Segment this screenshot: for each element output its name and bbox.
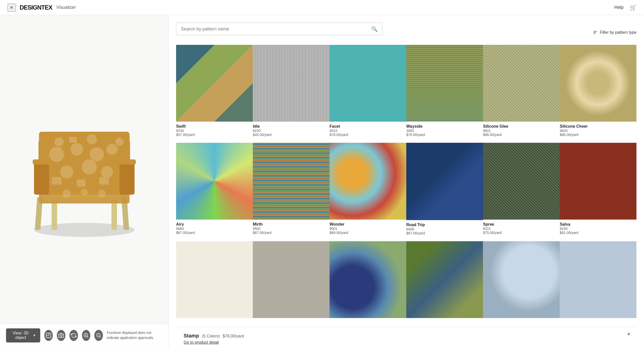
furniture-note: Furniture displayed does not indicate ap… xyxy=(107,330,162,340)
bottom-toolbar: View: 3D object ▼ xyxy=(0,324,168,347)
logo: DESIGNTEX xyxy=(20,4,52,11)
fabric-item-spree[interactable]: Spree8221$75.00/yard xyxy=(483,143,560,241)
fabric-swatch-mirth xyxy=(253,143,330,220)
fabric-item-airy[interactable]: Airy9684$67.00/yard xyxy=(176,143,253,241)
floor-plan-button[interactable] xyxy=(44,330,53,341)
fabric-name-silicone-glee: Silicone Glee xyxy=(483,124,560,129)
camera-icon xyxy=(58,333,64,338)
zoom-out-button[interactable] xyxy=(94,330,103,341)
close-detail-button[interactable]: × xyxy=(627,331,630,337)
svg-rect-8 xyxy=(39,132,130,147)
fabric-name-spree: Spree xyxy=(483,222,560,227)
fabric-name-salsa: Salsa xyxy=(560,222,636,227)
fabric-swatch-row3f xyxy=(560,241,636,318)
fabric-item-wayside[interactable]: Wayside3062$78.00/yard xyxy=(406,45,483,143)
fabric-item-road-trip[interactable]: Road Trip8408$67.00/yard xyxy=(406,143,483,241)
fabric-price-silicone-cheer: $86.00/yard xyxy=(560,133,636,137)
fabric-price-spree: $75.00/yard xyxy=(483,231,560,235)
detail-panel: × Stamp (5 Colors) $78.00/yard Go to pro… xyxy=(176,327,636,347)
fabric-swatch-silicone-glee xyxy=(483,45,560,122)
view-3d-button[interactable]: View: 3D object ▼ xyxy=(6,328,40,342)
fabric-code-mirth: 9502 xyxy=(253,227,330,231)
zoom-out-icon xyxy=(96,333,101,338)
fabric-item-silicone-cheer[interactable]: Silicone Cheer9820$86.00/yard xyxy=(560,45,636,143)
fabric-name-idle: Idle xyxy=(253,124,330,129)
fabric-price-silicone-glee: $86.00/yard xyxy=(483,133,560,137)
main-layout: View: 3D object ▼ xyxy=(0,15,644,347)
filter-label: Filter by pattern type xyxy=(600,30,636,35)
app-name-label: Visualizer xyxy=(56,5,76,10)
svg-point-23 xyxy=(55,137,64,146)
go-to-product-link[interactable]: Go to product detail xyxy=(184,340,629,345)
filter-by-pattern-button[interactable]: Filter by pattern type xyxy=(593,30,636,35)
fabric-code-wonder: 9501 xyxy=(330,227,406,231)
furniture-viewer-panel: View: 3D object ▼ xyxy=(0,15,169,347)
fabric-selector-panel[interactable]: 🔍 Filter by pattern type Swift8230$57.00… xyxy=(169,15,644,347)
fabric-swatch-airy xyxy=(176,143,253,220)
detail-price: $78.00/yard xyxy=(223,334,244,338)
header: × DESIGNTEX Visualizer Help 🛒 xyxy=(0,0,644,15)
fabric-swatch-row3b xyxy=(253,241,330,318)
fabric-item-facet[interactable]: Facet9415$78.00/yard xyxy=(330,45,406,143)
fabric-item-wonder[interactable]: Wonder9501$89.00/yard xyxy=(330,143,406,241)
fabric-price-idle: $45.00/yard xyxy=(253,133,330,137)
fabric-swatch-wayside xyxy=(406,45,483,122)
svg-point-32 xyxy=(60,335,62,336)
fabric-item-silicone-glee[interactable]: Silicone Glee9821$86.00/yard xyxy=(483,45,560,143)
svg-rect-30 xyxy=(46,333,51,338)
logo-text: DESIGNTEX xyxy=(20,4,52,11)
search-icon[interactable]: 🔍 xyxy=(371,26,378,32)
camera-button[interactable] xyxy=(57,330,65,341)
fabric-name-mirth: Mirth xyxy=(253,222,330,227)
svg-rect-3 xyxy=(52,200,57,230)
fabric-item-salsa[interactable]: Salsa8150$61.00/yard xyxy=(560,143,636,241)
fabric-swatch-row3d xyxy=(406,241,483,318)
svg-rect-22 xyxy=(99,177,109,185)
fabric-swatch-wonder xyxy=(330,143,406,220)
fabric-item-row3c[interactable] xyxy=(330,241,406,327)
svg-point-17 xyxy=(60,165,73,179)
svg-line-34 xyxy=(87,336,88,337)
fabric-item-row3e[interactable] xyxy=(483,241,560,327)
svg-point-27 xyxy=(63,189,71,197)
svg-rect-21 xyxy=(77,180,86,187)
fabric-name-facet: Facet xyxy=(330,124,406,129)
fabric-grid: Swift8230$57.00/yardIdle8220$45.00/yardF… xyxy=(176,45,636,327)
fabric-item-row3d[interactable] xyxy=(406,241,483,327)
fabric-swatch-salsa xyxy=(560,143,636,220)
fabric-swatch-row3e xyxy=(483,241,560,318)
fabric-item-row3a[interactable] xyxy=(176,241,253,327)
help-link[interactable]: Help xyxy=(614,5,624,10)
zoom-in-button[interactable] xyxy=(82,330,91,341)
svg-rect-9 xyxy=(34,162,49,195)
fabric-name-wonder: Wonder xyxy=(330,222,406,227)
fabric-swatch-spree xyxy=(483,143,560,220)
fabric-code-airy: 9684 xyxy=(176,227,253,231)
fabric-item-swift[interactable]: Swift8230$57.00/yard xyxy=(176,45,253,143)
svg-point-0 xyxy=(34,223,135,237)
search-input[interactable] xyxy=(181,26,371,32)
fabric-price-mirth: $87.00/yard xyxy=(253,231,330,235)
cart-icon[interactable]: 🛒 xyxy=(630,4,636,11)
fabric-swatch-swift xyxy=(176,45,253,122)
fabric-name-swift: Swift xyxy=(176,124,253,129)
fabric-price-wayside: $78.00/yard xyxy=(406,133,483,137)
chevron-down-icon: ▼ xyxy=(33,334,36,337)
fabric-item-row3f[interactable] xyxy=(560,241,636,327)
reset-icon xyxy=(71,333,76,338)
svg-line-38 xyxy=(100,336,101,337)
fabric-code-swift: 8230 xyxy=(176,129,253,133)
fabric-price-swift: $57.00/yard xyxy=(176,133,253,137)
fabric-code-silicone-cheer: 9820 xyxy=(560,129,636,133)
fabric-item-row3b[interactable] xyxy=(253,241,330,327)
close-button[interactable]: × xyxy=(8,4,16,12)
fabric-item-mirth[interactable]: Mirth9502$87.00/yard xyxy=(253,143,330,241)
fabric-price-facet: $78.00/yard xyxy=(330,133,406,137)
fabric-code-salsa: 8150 xyxy=(560,227,636,231)
reset-button[interactable] xyxy=(69,330,78,341)
fabric-item-idle[interactable]: Idle8220$45.00/yard xyxy=(253,45,330,143)
fabric-swatch-idle xyxy=(253,45,330,122)
svg-point-24 xyxy=(87,134,97,144)
view-3d-label: View: 3D object xyxy=(11,331,31,340)
fabric-code-wayside: 3062 xyxy=(406,129,483,133)
